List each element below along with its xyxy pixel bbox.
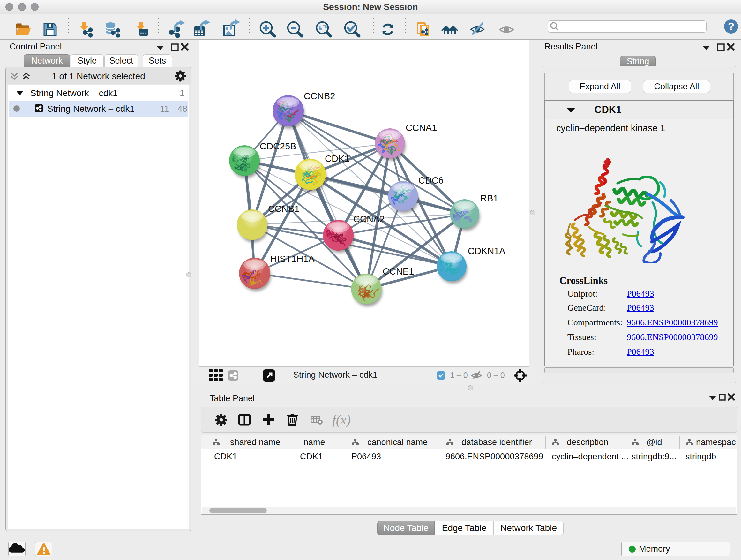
svg-text:CCNA1: CCNA1 (406, 123, 437, 133)
svg-text:CCNE1: CCNE1 (383, 266, 414, 276)
svg-text:CDK1: CDK1 (325, 153, 349, 164)
svg-text:RB1: RB1 (480, 193, 498, 203)
svg-text:CDC6: CDC6 (418, 175, 444, 186)
svg-text:CDC25B: CDC25B (260, 141, 296, 151)
svg-text:CCNB1: CCNB1 (268, 204, 299, 214)
svg-text:CCNA2: CCNA2 (353, 214, 385, 224)
svg-text:CDKN1A: CDKN1A (468, 246, 506, 256)
svg-text:f(x): f(x) (332, 413, 351, 428)
svg-text:HIST1H1A: HIST1H1A (270, 254, 315, 264)
svg-text:CCNB2: CCNB2 (304, 91, 335, 101)
